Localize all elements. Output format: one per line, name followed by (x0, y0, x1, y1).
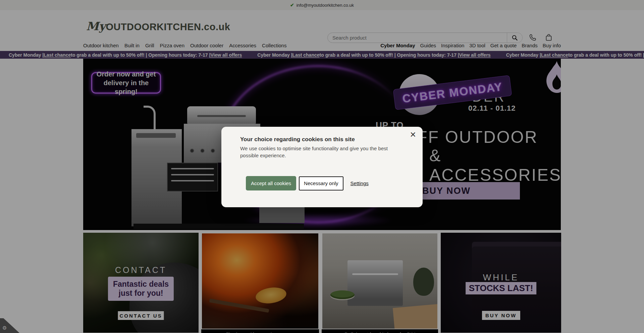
accept-all-cookies-button[interactable]: Accept all cookies (246, 176, 296, 190)
close-icon[interactable]: × (410, 129, 416, 140)
cookie-dialog-buttons: Accept all cookies Necessary only Settin… (246, 176, 369, 190)
necessary-only-button[interactable]: Necessary only (299, 176, 343, 190)
page: ✔ info@myoutdoorkitchen.co.uk My OUTDOOR… (0, 0, 644, 333)
cookie-settings-link[interactable]: Settings (351, 180, 369, 186)
cookie-dialog-body: We use cookies to optimise site function… (240, 145, 404, 159)
cookie-consent-dialog: × Your choice regarding cookies on this … (221, 127, 423, 207)
cookie-dialog-title: Your choice regarding cookies on this si… (240, 136, 355, 143)
